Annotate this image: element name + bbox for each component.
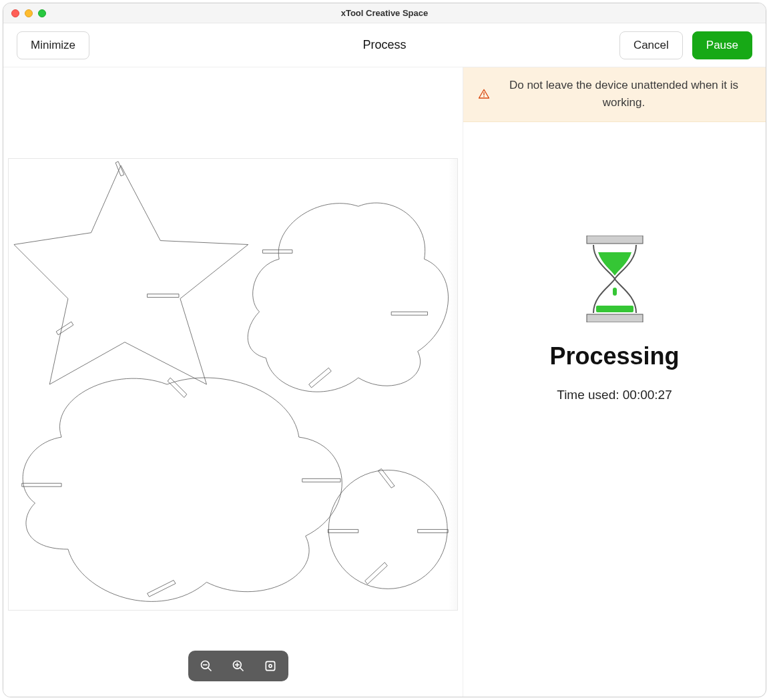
- window-minimize-button[interactable]: [25, 9, 33, 17]
- zoom-out-icon: [200, 659, 213, 673]
- status-pane: Do not leave the device unattended when …: [463, 67, 766, 697]
- minimize-button[interactable]: Minimize: [17, 31, 89, 59]
- shape-star: [14, 165, 248, 384]
- svg-rect-14: [596, 306, 633, 312]
- status-area: Processing Time used: 00:00:27: [463, 122, 766, 697]
- body: Do not leave the device unattended when …: [3, 67, 766, 697]
- svg-rect-13: [613, 288, 617, 296]
- svg-line-1: [208, 668, 212, 671]
- svg-line-4: [240, 668, 244, 671]
- warning-text: Do not leave the device unattended when …: [497, 77, 751, 112]
- status-title: Processing: [549, 342, 679, 370]
- zoom-fit-button[interactable]: [259, 655, 282, 677]
- titlebar: xTool Creative Space: [3, 3, 766, 23]
- window-close-button[interactable]: [11, 9, 19, 17]
- svg-point-10: [483, 96, 485, 97]
- time-used-value: 00:00:27: [623, 388, 672, 402]
- shape-cloud-top: [248, 203, 448, 392]
- cut-preview-svg: [9, 159, 457, 610]
- canvas-wrap: [8, 67, 458, 692]
- window-title: xTool Creative Space: [3, 8, 766, 18]
- cancel-button[interactable]: Cancel: [619, 31, 683, 59]
- status-subtitle: Time used: 00:00:27: [557, 388, 672, 402]
- preview-pane: [3, 67, 463, 697]
- svg-rect-7: [266, 661, 274, 670]
- shape-cloud-bottom: [23, 378, 342, 601]
- canvas[interactable]: [8, 158, 458, 611]
- warning-icon: [478, 88, 490, 100]
- zoom-fit-icon: [264, 659, 277, 673]
- svg-rect-11: [587, 236, 643, 244]
- zoom-in-button[interactable]: [227, 655, 250, 677]
- traffic-lights: [11, 9, 46, 17]
- pause-button[interactable]: Pause: [692, 31, 752, 59]
- warning-banner: Do not leave the device unattended when …: [463, 67, 766, 122]
- app-window: xTool Creative Space Minimize Process Ca…: [3, 3, 766, 697]
- time-used-label: Time used:: [557, 388, 623, 402]
- window-maximize-button[interactable]: [38, 9, 46, 17]
- toolbar: Minimize Process Cancel Pause: [3, 23, 766, 67]
- zoom-out-button[interactable]: [195, 655, 218, 677]
- svg-rect-12: [587, 314, 643, 322]
- svg-point-8: [269, 665, 272, 667]
- zoom-toolbar: [188, 651, 288, 681]
- hourglass-icon: [581, 236, 648, 322]
- zoom-in-icon: [232, 659, 245, 673]
